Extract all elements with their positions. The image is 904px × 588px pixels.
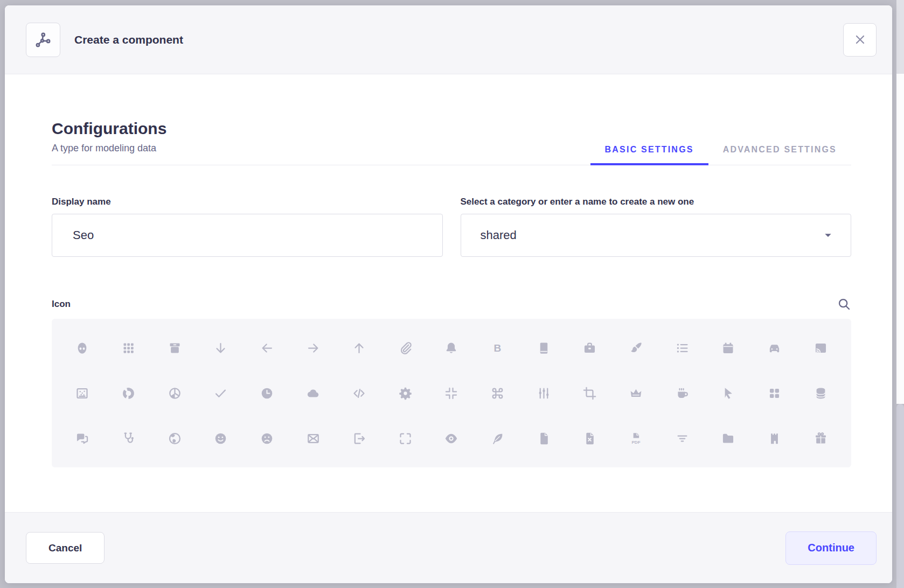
- modal-header: Create a component: [5, 5, 892, 74]
- archive-icon[interactable]: [168, 341, 182, 355]
- display-name-label: Display name: [52, 197, 443, 207]
- expand-icon[interactable]: [398, 431, 413, 446]
- cog-icon[interactable]: [398, 386, 413, 401]
- modal-title: Create a component: [74, 33, 829, 46]
- section-titles: Configurations A type for modeling data: [52, 120, 166, 165]
- category-field: Select a category or enter a name to cre…: [461, 197, 852, 257]
- cancel-button[interactable]: Cancel: [26, 532, 105, 564]
- gift-icon[interactable]: [813, 431, 828, 446]
- tab-advanced-settings[interactable]: ADVANCED SETTINGS: [708, 145, 851, 165]
- calendar-icon[interactable]: [721, 341, 735, 355]
- chart-pie-icon[interactable]: [168, 386, 182, 401]
- bell-icon[interactable]: [444, 341, 458, 355]
- doctor-icon[interactable]: [121, 431, 136, 446]
- chevron-down-icon: [822, 229, 835, 242]
- icon-search-button[interactable]: [837, 297, 851, 311]
- attachment-icon[interactable]: [398, 341, 413, 355]
- crop-icon[interactable]: [582, 386, 597, 401]
- form-fields-row: Display name Select a category or enter …: [52, 197, 851, 257]
- collapse-icon[interactable]: [444, 386, 458, 401]
- tab-basic-settings[interactable]: BASIC SETTINGS: [590, 145, 708, 165]
- search-icon: [837, 297, 851, 311]
- cup-icon[interactable]: [675, 386, 690, 401]
- gate-icon[interactable]: [767, 431, 782, 446]
- command-icon[interactable]: [490, 386, 505, 401]
- eye-icon[interactable]: [444, 431, 458, 446]
- apps-icon[interactable]: [121, 341, 136, 355]
- continue-button[interactable]: Continue: [785, 531, 877, 565]
- icon-grid: BPDF: [52, 319, 851, 467]
- arrow-down-icon[interactable]: [213, 341, 228, 355]
- sliders-icon[interactable]: [537, 386, 551, 401]
- earth-icon[interactable]: [168, 431, 182, 446]
- discuss-icon[interactable]: [75, 431, 89, 446]
- clock-icon[interactable]: [260, 386, 274, 401]
- file-error-icon[interactable]: [582, 431, 597, 446]
- alien-icon[interactable]: [75, 341, 89, 355]
- bold-icon[interactable]: B: [490, 341, 505, 355]
- code-icon[interactable]: [352, 386, 366, 401]
- icon-picker-section: Icon BPDF: [52, 297, 851, 467]
- arrow-up-icon[interactable]: [352, 341, 366, 355]
- page-gutter-track: [896, 74, 904, 404]
- arrow-left-icon[interactable]: [260, 341, 274, 355]
- emotion-happy-icon[interactable]: [213, 431, 228, 446]
- close-button[interactable]: [843, 23, 877, 57]
- display-name-field: Display name: [52, 197, 443, 257]
- feather-icon[interactable]: [490, 431, 505, 446]
- dashboard-icon[interactable]: [767, 386, 782, 401]
- file-pdf-icon[interactable]: PDF: [629, 431, 643, 446]
- chart-bubble-icon[interactable]: [75, 386, 89, 401]
- emotion-unhappy-icon[interactable]: [260, 431, 274, 446]
- close-icon: [853, 32, 867, 47]
- section-title: Configurations: [52, 120, 166, 137]
- chart-circle-icon[interactable]: [121, 386, 136, 401]
- category-select[interactable]: shared: [461, 214, 852, 257]
- settings-tabs: BASIC SETTINGS ADVANCED SETTINGS: [590, 145, 851, 165]
- filter-icon[interactable]: [675, 431, 690, 446]
- cloud-icon[interactable]: [306, 386, 321, 401]
- page-scrollbar-thumb[interactable]: [896, 404, 904, 588]
- bullet-list-icon[interactable]: [675, 341, 690, 355]
- section-subtitle: A type for modeling data: [52, 143, 166, 154]
- arrow-right-icon[interactable]: [306, 341, 321, 355]
- svg-text:PDF: PDF: [631, 440, 640, 445]
- component-icon: [26, 23, 60, 57]
- briefcase-icon[interactable]: [582, 341, 597, 355]
- crown-icon[interactable]: [629, 386, 643, 401]
- exit-icon[interactable]: [352, 431, 366, 446]
- modal-body: Configurations A type for modeling data …: [5, 74, 892, 512]
- car-icon[interactable]: [767, 341, 782, 355]
- envelop-icon[interactable]: [306, 431, 321, 446]
- icon-picker-label: Icon: [52, 299, 71, 310]
- create-component-modal: Create a component Configurations A type…: [5, 5, 892, 583]
- brush-icon[interactable]: [629, 341, 643, 355]
- database-icon[interactable]: [813, 386, 828, 401]
- check-icon[interactable]: [213, 386, 228, 401]
- page-gutter-top: [896, 0, 904, 74]
- category-selected-value: shared: [481, 228, 517, 242]
- category-label: Select a category or enter a name to cre…: [461, 197, 852, 207]
- folder-icon[interactable]: [721, 431, 735, 446]
- cursor-icon[interactable]: [721, 386, 735, 401]
- modal-footer: Cancel Continue: [5, 512, 892, 583]
- section-header: Configurations A type for modeling data …: [52, 120, 851, 165]
- display-name-input[interactable]: [72, 228, 426, 243]
- book-icon[interactable]: [537, 341, 551, 355]
- file-icon[interactable]: [537, 431, 551, 446]
- cast-icon[interactable]: [813, 341, 828, 355]
- svg-text:B: B: [494, 342, 502, 353]
